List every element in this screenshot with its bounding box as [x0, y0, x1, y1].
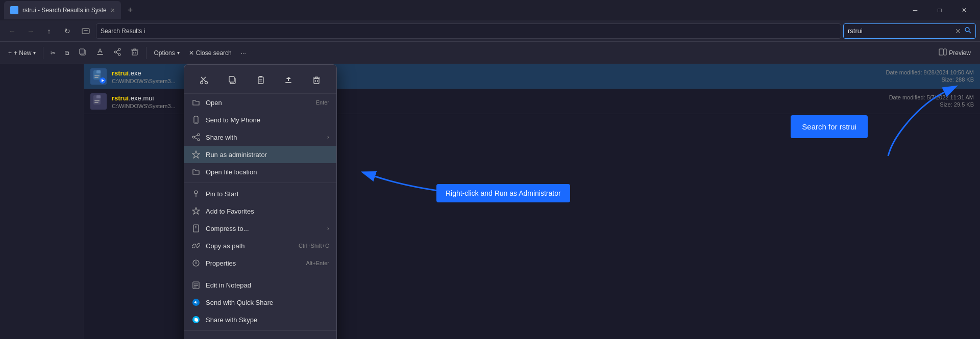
ctx-paste-button[interactable]: [251, 71, 270, 89]
options-button[interactable]: Options ▾: [150, 45, 183, 61]
ctx-item-show-more-options[interactable]: Show more options: [184, 333, 336, 339]
ctx-item-add-to-favorites[interactable]: Add to Favorites: [184, 202, 336, 220]
maximize-button[interactable]: □: [928, 2, 951, 18]
svg-rect-22: [94, 75, 100, 76]
ctx-label-add-to-favorites: Add to Favorites: [206, 207, 329, 215]
ctx-item-run-as-admin[interactable]: Run as administrator: [184, 146, 336, 163]
ctx-label-edit-in-notepad: Edit in Notepad: [206, 281, 329, 289]
ctx-item-properties[interactable]: Properties Alt+Enter: [184, 254, 336, 272]
title-bar: rstrui - Search Results in Syste × + ─ □…: [0, 0, 980, 20]
search-clear-button[interactable]: ✕: [955, 27, 961, 35]
file-meta-2: Date modified: 5/7/2022 11:31 AM Size: 2…: [889, 94, 974, 109]
share-button[interactable]: [109, 45, 126, 61]
new-button[interactable]: + + New ▾: [4, 45, 40, 61]
sidebar-placeholder: [2, 68, 82, 74]
address-bar: ← → ↑ ↻ Search Results i ✕: [0, 20, 980, 42]
ctx-item-pin-to-start[interactable]: Pin to Start: [184, 185, 336, 202]
ctx-item-share-with[interactable]: Share with ›: [184, 128, 336, 146]
filename-suffix-1: .exe: [129, 69, 141, 77]
refresh-button[interactable]: ↻: [59, 23, 76, 39]
back-button[interactable]: ←: [4, 23, 20, 39]
ctx-share-button[interactable]: [279, 71, 298, 89]
sidebar: [0, 64, 84, 339]
ctx-item-copy-as-path[interactable]: Copy as path Ctrl+Shift+C: [184, 237, 336, 254]
svg-rect-6: [80, 49, 84, 54]
preview-label: Preview: [949, 49, 971, 57]
share-with-arrow-icon: ›: [327, 134, 329, 141]
svg-point-45: [195, 122, 197, 123]
file-date-2: Date modified: 5/7/2022 11:31 AM: [889, 94, 974, 100]
send-to-phone-icon: [191, 115, 201, 124]
cut-button[interactable]: ✂: [46, 45, 60, 61]
ctx-item-compress-to[interactable]: Compress to... ›: [184, 220, 336, 237]
toolbar-separator-2: [146, 47, 146, 59]
active-tab[interactable]: rstrui - Search Results in Syste ×: [4, 1, 121, 19]
tab-close-button[interactable]: ×: [111, 7, 115, 14]
svg-point-48: [192, 136, 194, 138]
filename-highlight-2: rstrui: [112, 94, 129, 102]
search-box[interactable]: ✕: [843, 23, 976, 39]
svg-rect-0: [12, 8, 17, 13]
location-icon: [78, 23, 94, 39]
svg-line-50: [194, 138, 198, 139]
right-click-callout-text: Right-click and Run as Administrator: [446, 189, 561, 197]
search-go-button[interactable]: [964, 27, 971, 35]
minimize-button[interactable]: ─: [903, 2, 927, 18]
preview-button[interactable]: Preview: [934, 45, 976, 61]
svg-rect-40: [314, 79, 319, 84]
chevron-down-icon-2: ▾: [177, 50, 180, 56]
svg-rect-14: [132, 50, 137, 55]
ctx-label-open-file-location: Open file location: [206, 168, 329, 176]
copy-button[interactable]: ⧉: [61, 45, 74, 61]
up-button[interactable]: ↑: [41, 23, 57, 39]
ctx-item-open[interactable]: Open Enter: [184, 94, 336, 111]
ctx-item-edit-in-notepad[interactable]: Edit in Notepad: [184, 276, 336, 294]
close-search-button[interactable]: ✕ Close search: [185, 45, 236, 61]
add-to-favorites-icon: [191, 206, 201, 216]
ctx-copy-button[interactable]: [223, 71, 241, 89]
ctx-item-send-to-phone[interactable]: Send to My Phone: [184, 111, 336, 128]
svg-line-4: [969, 31, 971, 33]
svg-rect-26: [96, 95, 101, 98]
more-options-button[interactable]: ···: [237, 45, 250, 61]
rename-icon: [96, 48, 104, 58]
ctx-item-open-file-location[interactable]: Open file location: [184, 163, 336, 180]
ctx-cut-button[interactable]: [195, 71, 213, 89]
svg-line-13: [116, 53, 118, 54]
tab-title: rstrui - Search Results in Syste: [22, 7, 107, 14]
breadcrumb[interactable]: Search Results i: [96, 23, 841, 39]
svg-point-3: [965, 28, 969, 32]
new-label: + New: [14, 49, 31, 57]
rename-button[interactable]: [92, 45, 108, 61]
ctx-item-send-quick-share[interactable]: Send with Quick Share: [184, 294, 336, 311]
ctx-item-share-skype[interactable]: Share with Skype: [184, 311, 336, 328]
properties-icon: [191, 258, 201, 268]
cut-icon: ✂: [51, 49, 56, 57]
ctx-delete-button[interactable]: [307, 71, 326, 89]
share-icon: [113, 48, 121, 58]
paste-button[interactable]: [75, 45, 91, 61]
ctx-shortcut-open: Enter: [316, 99, 329, 106]
search-input[interactable]: [848, 27, 952, 35]
svg-rect-34: [229, 76, 234, 82]
ctx-separator-3: [184, 330, 336, 331]
svg-marker-24: [102, 79, 104, 82]
close-button[interactable]: ✕: [952, 2, 976, 18]
ctx-label-run-as-admin: Run as administrator: [206, 151, 329, 159]
ctx-label-share-skype: Share with Skype: [206, 316, 329, 324]
svg-rect-7: [97, 54, 103, 55]
svg-rect-35: [258, 77, 263, 84]
svg-rect-21: [96, 70, 101, 73]
svg-point-10: [118, 54, 120, 56]
file-meta-1: Date modified: 8/28/2024 10:50 AM Size: …: [886, 69, 974, 84]
svg-point-46: [198, 134, 200, 136]
file-date-1: Date modified: 8/28/2024 10:50 AM: [886, 69, 974, 75]
ctx-label-properties: Properties: [206, 259, 301, 267]
forward-button[interactable]: →: [22, 23, 39, 39]
svg-point-31: [201, 82, 203, 84]
delete-button[interactable]: [127, 45, 143, 61]
svg-line-49: [194, 135, 198, 137]
file-icon-exe: [90, 68, 107, 85]
new-tab-button[interactable]: +: [123, 3, 137, 17]
ctx-label-share-with: Share with: [206, 134, 322, 141]
